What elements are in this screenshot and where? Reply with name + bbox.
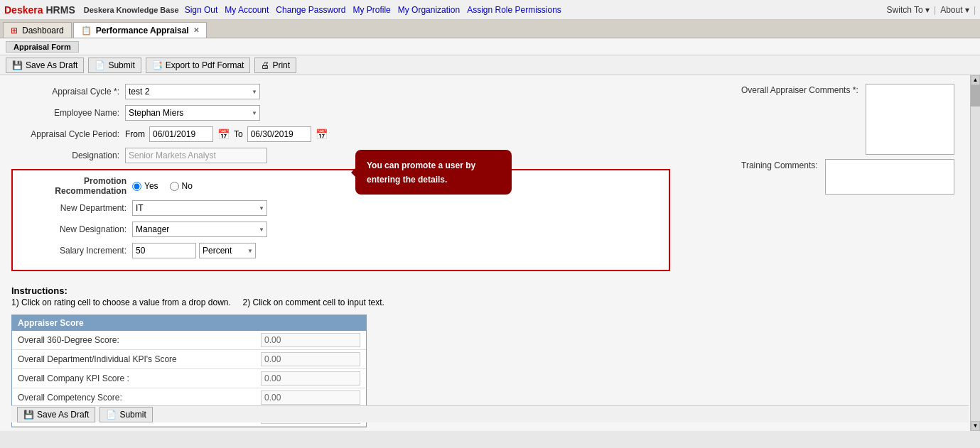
no-radio[interactable] — [170, 182, 179, 191]
period-to-input[interactable] — [247, 126, 311, 142]
scrollbar-down-button[interactable]: ▼ — [971, 421, 980, 431]
score-table-row: Overall Company KPI Score : — [12, 369, 366, 388]
instructions-heading-text: Instructions: — [11, 285, 68, 296]
top-bar: Deskera HRMS Deskera Knowledge Base Sign… — [0, 0, 980, 20]
instructions: Instructions: 1) Click on rating cell to… — [11, 285, 954, 307]
score-row-input[interactable] — [261, 371, 360, 386]
instructions-line: 1) Click on rating cell to choose a valu… — [11, 297, 954, 307]
logo-deskera: Deskera — [4, 4, 43, 16]
employee-name-select[interactable]: Stephan Miers — [125, 105, 260, 121]
bottom-submit-button[interactable]: 📄 Submit — [99, 407, 152, 422]
scrollbar-up-button[interactable]: ▲ — [971, 75, 980, 85]
kb-title: Deskera Knowledge Base — [84, 6, 179, 14]
bottombar: 💾 Save As Draft 📄 Submit — [11, 405, 969, 422]
topbar-right: Switch To ▾ | About ▾ | — [887, 5, 976, 15]
score-row-input[interactable] — [261, 352, 360, 366]
nav-sign-out[interactable]: Sign Out — [185, 5, 218, 15]
bottom-save-icon: 💾 — [23, 410, 34, 420]
scrollbar[interactable]: ▲ ▼ — [970, 75, 980, 431]
nav-my-account[interactable]: My Account — [225, 5, 269, 15]
from-label: From — [125, 129, 145, 139]
no-label: No — [182, 181, 193, 191]
yes-label: Yes — [144, 181, 158, 191]
promotion-recommendation-box: Promotion Recommendation Yes No — [11, 169, 670, 271]
export-pdf-button[interactable]: 📑 Export to Pdf Format — [146, 58, 251, 73]
submit-label: Submit — [108, 60, 134, 70]
bottom-submit-icon: 📄 — [106, 410, 117, 420]
appraisal-cycle-row: Appraisal Cycle *: test 2 — [11, 84, 670, 99]
employee-name-row: Employee Name: Stephan Miers — [11, 105, 670, 121]
salary-type-select[interactable]: Percent — [199, 243, 256, 258]
new-designation-label: New Designation: — [18, 224, 132, 234]
score-table-row: Overall 360-Degree Score: — [12, 331, 366, 350]
designation-input[interactable] — [125, 148, 267, 163]
nav-assign-role[interactable]: Assign Role Permissions — [467, 5, 561, 15]
print-button[interactable]: 🖨 Print — [254, 58, 296, 73]
new-designation-row: New Designation: Manager — [18, 222, 663, 237]
about-button[interactable]: About ▾ — [940, 5, 969, 15]
instructions-heading: Instructions: — [11, 285, 954, 296]
topbar-left: Deskera HRMS Deskera Knowledge Base Sign… — [4, 4, 561, 16]
score-table-header: Appraiser Score — [12, 315, 366, 331]
period-from-input[interactable] — [149, 126, 213, 142]
dashboard-tab[interactable]: ⊞ Dashboard — [3, 22, 72, 38]
overall-comments-label: Overall Appraiser Comments *: — [741, 85, 858, 95]
appraisal-tab[interactable]: 📋 Performance Appraisal ✕ — [73, 22, 207, 38]
new-dept-select[interactable]: IT — [132, 200, 267, 216]
calendar-from-icon[interactable]: 📅 — [217, 129, 230, 140]
appraisal-cycle-select[interactable]: test 2 — [125, 84, 260, 99]
submit-button[interactable]: 📄 Submit — [88, 58, 141, 73]
calendar-to-icon[interactable]: 📅 — [316, 129, 328, 140]
appraisal-cycle-select-wrapper: test 2 — [125, 84, 260, 99]
period-inputs: From 📅 To 📅 — [125, 126, 328, 142]
breadcrumb: Appraisal Form — [6, 41, 79, 53]
score-row-input[interactable] — [261, 333, 360, 347]
score-row-input[interactable] — [261, 390, 360, 405]
appraisal-cycle-label: Appraisal Cycle *: — [11, 87, 125, 97]
logo-hrms: HRMS — [46, 4, 75, 16]
promotion-label: Promotion Recommendation — [18, 176, 132, 196]
tab-close-icon[interactable]: ✕ — [193, 26, 199, 34]
salary-row: Salary Increment: Percent — [18, 243, 663, 258]
period-label: Appraisal Cycle Period: — [11, 129, 125, 139]
instructions-line1: 1) Click on rating cell to choose a valu… — [11, 297, 231, 307]
training-comments-textarea[interactable] — [825, 159, 954, 195]
new-dept-select-wrapper: IT — [132, 200, 267, 216]
save-draft-button[interactable]: 💾 Save As Draft — [6, 58, 84, 73]
no-radio-label[interactable]: No — [170, 181, 193, 191]
main-content: ▲ ▼ Appraisal Cycle *: test 2 Employee N… — [0, 75, 980, 431]
yes-radio[interactable] — [132, 182, 141, 191]
toolbar: 💾 Save As Draft 📄 Submit 📑 Export to Pdf… — [0, 55, 980, 75]
form-right: Overall Appraiser Comments *: Training C… — [741, 84, 954, 277]
promotion-radio-group: Yes No — [132, 181, 193, 191]
new-designation-select[interactable]: Manager — [132, 222, 267, 237]
tab-bar: ⊞ Dashboard 📋 Performance Appraisal ✕ — [0, 20, 980, 38]
yes-radio-label[interactable]: Yes — [132, 181, 158, 191]
switch-to-button[interactable]: Switch To ▾ — [887, 5, 930, 15]
nav-my-profile[interactable]: My Profile — [352, 5, 390, 15]
training-comments-label: Training Comments: — [741, 160, 818, 170]
employee-name-label: Employee Name: — [11, 108, 125, 118]
employee-name-select-wrapper: Stephan Miers — [125, 105, 260, 121]
bottom-save-draft-button[interactable]: 💾 Save As Draft — [17, 407, 95, 422]
overall-comments-textarea[interactable] — [866, 84, 954, 155]
logo-area: Deskera HRMS — [4, 4, 75, 16]
salary-input[interactable] — [132, 243, 196, 258]
overall-comments-area: Overall Appraiser Comments *: — [741, 84, 954, 155]
nav-change-password[interactable]: Change Password — [276, 5, 345, 15]
appraisal-icon: 📋 — [81, 26, 92, 35]
tooltip-bubble: You can promote a user by entering the d… — [355, 150, 512, 195]
scrollbar-thumb[interactable] — [971, 85, 980, 106]
new-dept-label: New Department: — [18, 203, 132, 213]
print-icon: 🖨 — [261, 60, 269, 70]
pdf-icon: 📑 — [152, 60, 163, 70]
period-row: Appraisal Cycle Period: From 📅 To 📅 — [11, 126, 670, 142]
new-dept-row: New Department: IT — [18, 200, 663, 216]
save-icon: 💾 — [12, 60, 23, 70]
score-row-label: Overall Competency Score: — [18, 393, 261, 403]
submit-icon: 📄 — [95, 60, 105, 70]
instructions-line2: 2) Click on comment cell to input text. — [243, 297, 384, 307]
designation-row: Designation: — [11, 148, 670, 163]
nav-my-organization[interactable]: My Organization — [398, 5, 460, 15]
salary-label: Salary Increment: — [18, 246, 132, 256]
